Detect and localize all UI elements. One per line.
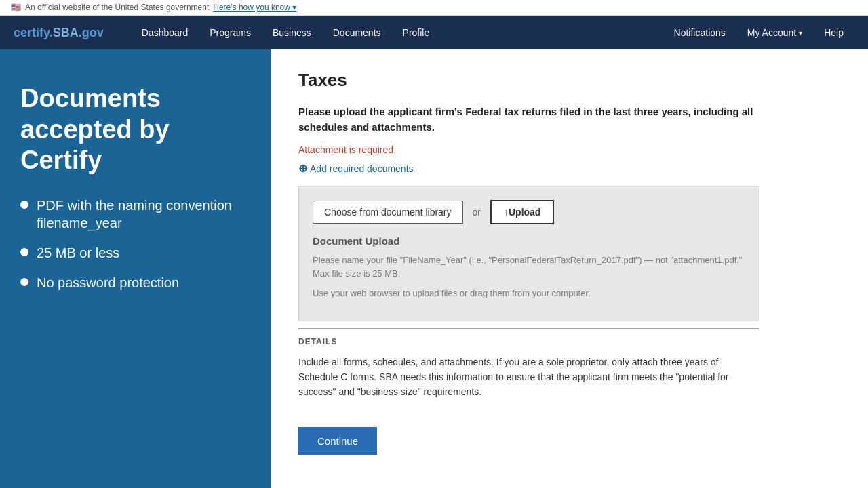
upload-controls: Choose from document library or ↑Upload <box>313 200 745 224</box>
sidebar-bullet-password: No password protection <box>20 274 251 291</box>
nav-right: Notifications My Account ▾ Help <box>663 18 854 47</box>
upload-area: Choose from document library or ↑Upload … <box>298 186 760 321</box>
nav-help[interactable]: Help <box>813 18 854 47</box>
logo: certify.SBA.gov <box>14 26 104 40</box>
sidebar-bullets: PDF with the naming convention filename_… <box>20 197 251 291</box>
page-title: Taxes <box>298 70 841 91</box>
bullet-icon <box>20 278 28 286</box>
top-nav: certify.SBA.gov Dashboard Programs Busin… <box>0 16 868 49</box>
add-documents-label: Add required documents <box>310 163 414 174</box>
details-section: DETAILS Include all forms, schedules, an… <box>298 328 760 400</box>
content-description: Please upload the applicant firm's Feder… <box>298 104 760 135</box>
document-upload-section: Document Upload Please name your file "F… <box>313 235 745 300</box>
sidebar-bullet-pdf: PDF with the naming convention filename_… <box>20 197 251 232</box>
continue-button[interactable]: Continue <box>298 427 377 455</box>
attachment-required-text: Attachment is required <box>298 144 841 155</box>
gov-banner-link[interactable]: Here's how you know ▾ <box>213 3 296 12</box>
upload-or-text: or <box>473 207 481 218</box>
add-documents-link[interactable]: ⊕ Add required documents <box>298 162 841 175</box>
nav-documents[interactable]: Documents <box>322 18 392 47</box>
details-label: DETAILS <box>298 337 760 346</box>
document-upload-heading: Document Upload <box>313 235 745 247</box>
details-text: Include all forms, schedules, and attach… <box>298 354 760 400</box>
nav-notifications[interactable]: Notifications <box>663 18 736 47</box>
sidebar-bullet-pdf-text: PDF with the naming convention filename_… <box>37 197 251 232</box>
nav-programs[interactable]: Programs <box>199 18 262 47</box>
document-upload-dragdrop: Use your web browser to upload files or … <box>313 287 745 300</box>
document-upload-naming: Please name your file "FileName_Year" (i… <box>313 253 745 280</box>
nav-dashboard[interactable]: Dashboard <box>131 18 199 47</box>
bullet-icon <box>20 248 28 256</box>
sidebar-bullet-size-text: 25 MB or less <box>37 244 119 262</box>
nav-business[interactable]: Business <box>262 18 322 47</box>
account-chevron-icon: ▾ <box>799 29 802 37</box>
choose-from-library-button[interactable]: Choose from document library <box>313 201 463 224</box>
bullet-icon <box>20 201 28 209</box>
gov-banner-text: An official website of the United States… <box>25 3 209 12</box>
gov-banner: 🇺🇸 An official website of the United Sta… <box>0 0 868 16</box>
add-icon: ⊕ <box>298 162 307 175</box>
sidebar-bullet-password-text: No password protection <box>37 274 179 291</box>
upload-button[interactable]: ↑Upload <box>490 200 554 224</box>
nav-my-account[interactable]: My Account ▾ <box>736 18 813 47</box>
main-layout: Documents accepted by Certify PDF with t… <box>0 49 868 488</box>
sidebar-bullet-size: 25 MB or less <box>20 244 251 262</box>
main-content: Taxes Please upload the applicant firm's… <box>271 49 868 488</box>
nav-links: Dashboard Programs Business Documents Pr… <box>131 18 663 47</box>
sidebar: Documents accepted by Certify PDF with t… <box>0 49 271 488</box>
sidebar-heading: Documents accepted by Certify <box>20 83 251 176</box>
nav-profile[interactable]: Profile <box>392 18 441 47</box>
flag-icon: 🇺🇸 <box>11 3 21 12</box>
